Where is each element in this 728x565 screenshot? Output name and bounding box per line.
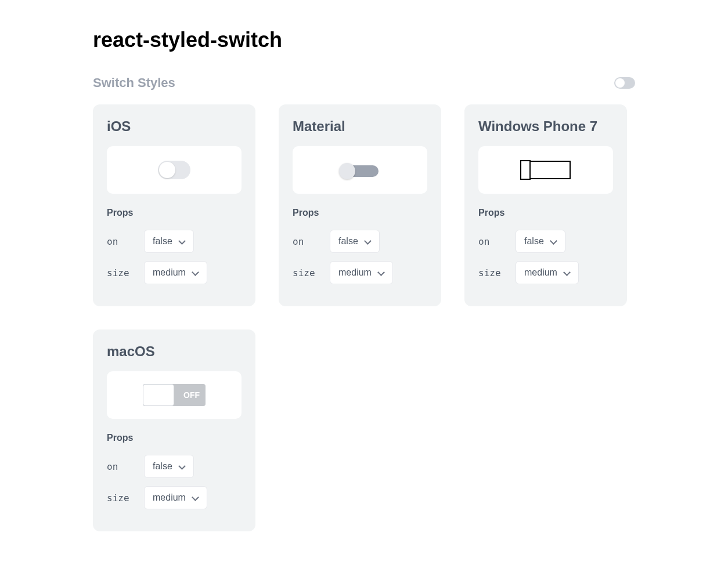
prop-name: size	[293, 267, 330, 278]
switch-off-label: OFF	[183, 390, 200, 400]
props-heading: Props	[478, 208, 613, 218]
cards-grid: iOS Props on false size medium Material	[93, 104, 635, 531]
prop-row-size: size medium	[293, 261, 427, 284]
prop-name: size	[107, 492, 144, 504]
switch-knob	[143, 384, 174, 406]
material-switch[interactable]	[339, 163, 381, 177]
prop-row-on: on false	[107, 455, 242, 478]
on-select[interactable]: false	[330, 230, 380, 253]
chevron-down-icon	[178, 238, 185, 245]
chevron-down-icon	[178, 463, 185, 470]
card-title: Windows Phone 7	[478, 118, 613, 135]
switch-knob	[615, 78, 625, 88]
card-title: macOS	[107, 343, 242, 360]
switch-knob	[159, 162, 175, 178]
size-select[interactable]: medium	[516, 261, 579, 284]
wp7-switch[interactable]	[521, 161, 571, 179]
select-value: false	[524, 236, 544, 247]
props-heading: Props	[107, 433, 242, 443]
select-value: medium	[153, 492, 186, 503]
switch-preview	[478, 146, 613, 194]
size-select[interactable]: medium	[144, 486, 207, 509]
prop-row-on: on false	[293, 230, 427, 253]
chevron-down-icon	[377, 269, 384, 276]
prop-name: size	[478, 267, 516, 278]
prop-name: on	[293, 236, 330, 247]
section-title: Switch Styles	[93, 75, 175, 90]
chevron-down-icon	[192, 269, 199, 276]
select-value: medium	[524, 267, 557, 278]
switch-preview	[107, 146, 242, 194]
prop-name: on	[107, 461, 144, 472]
prop-row-size: size medium	[107, 486, 242, 509]
on-select[interactable]: false	[516, 230, 565, 253]
card-ios: iOS Props on false size medium	[93, 104, 255, 306]
prop-name: size	[107, 267, 144, 278]
prop-name: on	[107, 236, 144, 247]
on-select[interactable]: false	[144, 230, 194, 253]
chevron-down-icon	[364, 238, 371, 245]
select-value: medium	[338, 267, 372, 278]
chevron-down-icon	[550, 238, 557, 245]
macos-switch[interactable]: OFF	[143, 384, 206, 406]
on-select[interactable]: false	[144, 455, 194, 478]
prop-name: on	[478, 236, 516, 247]
select-value: false	[153, 236, 172, 247]
switch-preview: OFF	[107, 371, 242, 419]
prop-row-size: size medium	[107, 261, 242, 284]
card-wp7: Windows Phone 7 Props on false size medi…	[464, 104, 627, 306]
props-heading: Props	[293, 208, 427, 218]
prop-row-size: size medium	[478, 261, 613, 284]
prop-row-on: on false	[478, 230, 613, 253]
ios-switch[interactable]	[158, 161, 190, 179]
switch-preview	[293, 146, 427, 194]
switch-knob	[520, 160, 531, 180]
card-title: iOS	[107, 118, 242, 135]
theme-toggle-switch[interactable]	[614, 77, 635, 89]
section-header: Switch Styles	[93, 75, 635, 90]
size-select[interactable]: medium	[330, 261, 393, 284]
select-value: false	[338, 236, 358, 247]
chevron-down-icon	[563, 269, 570, 276]
size-select[interactable]: medium	[144, 261, 207, 284]
chevron-down-icon	[192, 494, 199, 501]
props-heading: Props	[107, 208, 242, 218]
card-material: Material Props on false size medium	[279, 104, 441, 306]
switch-knob	[339, 163, 355, 179]
page-title: react-styled-switch	[93, 28, 635, 52]
card-macos: macOS OFF Props on false size medium	[93, 329, 255, 531]
prop-row-on: on false	[107, 230, 242, 253]
card-title: Material	[293, 118, 427, 135]
select-value: false	[153, 461, 172, 472]
select-value: medium	[153, 267, 186, 278]
